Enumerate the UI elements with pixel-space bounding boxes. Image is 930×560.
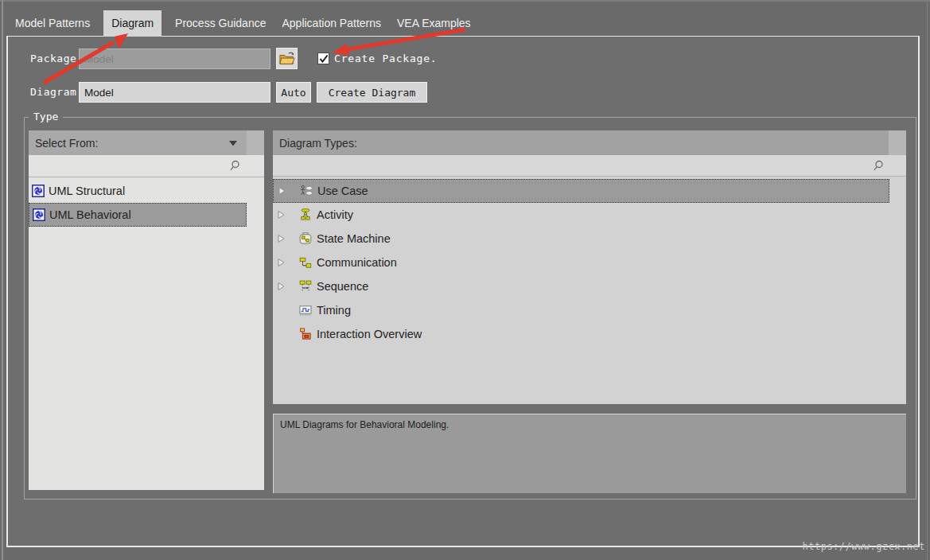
package-input[interactable] [79,49,270,69]
select-from-panel: Select From: [29,130,264,490]
chevron-down-icon[interactable] [229,141,237,146]
select-from-header[interactable]: Select From: [29,130,247,155]
uml-structural-icon [32,185,45,197]
window-right-edge [927,0,928,560]
tab-application-patterns[interactable]: Application Patterns [279,10,383,37]
expand-arrow-icon[interactable] [277,257,286,268]
diagram-types-panel: Diagram Types: [273,130,906,404]
diagram-types-list: Use Case Activity [273,179,906,346]
diagram-type-label: Timing [317,304,351,317]
communication-icon [299,256,312,269]
diagram-type-row-sequence[interactable]: Sequence [273,274,889,298]
description-panel: UML Diagrams for Behavioral Modeling. [273,414,906,493]
browse-package-button[interactable] [276,48,298,69]
select-from-header-strip [247,130,264,155]
diagram-type-label: State Machine [317,232,391,245]
uml-behavioral-icon [33,208,45,221]
create-package-label: Create Package. [334,52,437,64]
tab-bar: Model Patterns Diagram Process Guidance … [13,10,473,37]
diagram-type-row-state-machine[interactable]: State Machine [273,227,889,251]
expand-arrow-spacer [277,329,286,340]
expand-arrow-icon[interactable] [277,209,286,220]
diagram-types-header: Diagram Types: [273,130,889,155]
auto-button[interactable]: Auto [276,82,311,103]
diagram-types-header-strip [889,130,906,155]
search-icon [872,160,884,173]
timing-icon [299,304,312,317]
use-case-icon [300,185,313,197]
diagram-type-row-activity[interactable]: Activity [273,203,889,227]
watermark-text: https://www.gzcx.net [802,541,925,552]
window-top-edge [0,0,930,2]
expand-arrow-icon[interactable] [277,233,286,244]
interaction-overview-icon [299,328,312,340]
list-item-uml-behavioral[interactable]: UML Behavioral [29,203,247,227]
tab-process-guidance[interactable]: Process Guidance [173,10,268,37]
create-diagram-button[interactable]: Create Diagram [317,82,427,103]
app-window: Model Patterns Diagram Process Guidance … [0,0,930,560]
diagram-type-row-use-case[interactable]: Use Case [273,179,889,203]
select-from-search-box[interactable] [29,155,264,177]
activity-icon [299,208,312,221]
expand-arrow-spacer [277,305,286,316]
diagram-type-row-interaction-overview[interactable]: Interaction Overview [273,322,889,346]
select-from-list: UML Structural UML Behavioral [29,179,264,227]
sequence-icon [299,280,312,293]
list-item-label: UML Structural [49,185,125,197]
diagram-type-label: Communication [317,256,397,269]
diagram-label: Diagram [30,86,76,98]
description-text: UML Diagrams for Behavioral Modeling. [274,414,906,435]
tab-vea-examples[interactable]: VEA Examples [395,10,473,37]
state-machine-icon [299,232,312,245]
diagram-type-label: Sequence [317,280,368,293]
checkmark-icon [319,54,329,64]
search-icon [228,160,240,173]
diagram-types-search-box[interactable] [273,155,906,177]
expand-arrow-icon[interactable] [277,281,286,292]
diagram-type-label: Activity [317,208,353,221]
expand-arrow-icon[interactable] [278,185,286,196]
tab-diagram[interactable]: Diagram [103,10,161,37]
list-item-label: UML Behavioral [49,208,131,221]
diagram-type-row-communication[interactable]: Communication [273,251,889,274]
diagram-type-row-timing[interactable]: Timing [273,298,889,322]
diagram-type-label: Interaction Overview [317,328,422,340]
list-item-uml-structural[interactable]: UML Structural [29,179,247,203]
package-label: Package [30,52,76,64]
type-groupbox-label: Type [29,111,63,122]
diagram-name-input[interactable] [79,82,270,103]
folder-icon [278,51,296,67]
tab-model-patterns[interactable]: Model Patterns [13,10,92,37]
diagram-types-header-label: Diagram Types: [279,137,357,150]
select-from-header-label: Select From: [35,137,98,150]
diagram-type-label: Use Case [317,185,368,197]
create-package-checkbox[interactable] [317,52,329,64]
window-left-edge [2,0,3,560]
